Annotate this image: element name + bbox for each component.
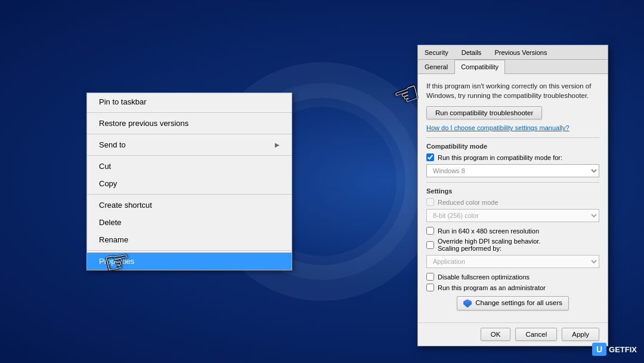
dpi-override-row: Override high DPI scaling behavior. Scal…	[426, 238, 599, 252]
reduced-color-label: Reduced color mode	[438, 199, 499, 206]
disable-fullscreen-row: Disable fullscreen optimizations	[426, 273, 599, 281]
submenu-arrow: ▶	[275, 141, 280, 148]
tab-general[interactable]: General	[418, 60, 454, 73]
dpi-override-checkbox[interactable]	[426, 241, 434, 249]
tab-compatibility[interactable]: Compatibility	[454, 60, 505, 74]
cancel-button[interactable]: Cancel	[515, 328, 557, 341]
menu-item-rename[interactable]: Rename	[87, 231, 292, 248]
separator-compat	[426, 137, 599, 138]
separator-3	[87, 155, 292, 156]
menu-item-cut[interactable]: Cut	[87, 158, 292, 175]
separator-settings	[426, 182, 599, 183]
disable-fullscreen-label: Disable fullscreen optimizations	[438, 273, 530, 281]
dialog-tabs-row2: General Compatibility	[418, 60, 608, 74]
watermark: U GETFIX	[592, 343, 637, 356]
compat-mode-label: Run this program in compatibility mode f…	[438, 154, 562, 161]
change-settings-button[interactable]: Change settings for all users	[457, 296, 569, 310]
menu-item-send-to[interactable]: Send to ▶	[87, 136, 292, 153]
separator-4	[87, 194, 292, 195]
context-menu: Pin to taskbar Restore previous versions…	[86, 93, 292, 270]
dpi-application-dropdown[interactable]: Application	[426, 255, 599, 268]
compat-mode-dropdown[interactable]: Windows 8	[426, 164, 599, 177]
menu-item-copy[interactable]: Copy	[87, 175, 292, 192]
dpi-label: Override high DPI scaling behavior. Scal…	[438, 238, 540, 252]
watermark-u: U	[592, 343, 606, 356]
manual-link[interactable]: How do I choose compatibility settings m…	[426, 124, 599, 131]
ok-button[interactable]: OK	[481, 328, 511, 341]
tab-security[interactable]: Security	[418, 45, 455, 59]
reduced-color-checkbox[interactable]	[426, 198, 434, 206]
menu-item-restore-versions[interactable]: Restore previous versions	[87, 115, 292, 132]
run-as-admin-label: Run this program as an administrator	[438, 284, 546, 291]
separator-1	[87, 112, 292, 113]
compat-mode-checkbox-row: Run this program in compatibility mode f…	[426, 153, 599, 161]
separator-2	[87, 134, 292, 134]
separator-5	[87, 250, 292, 251]
resolution-640-label: Run in 640 x 480 screen resolution	[438, 227, 539, 235]
menu-item-create-shortcut[interactable]: Create shortcut	[87, 196, 292, 214]
shield-icon	[463, 299, 472, 307]
properties-dialog: Security Details Previous Versions Gener…	[417, 45, 608, 346]
dialog-tabs: Security Details Previous Versions	[418, 45, 608, 60]
tab-previous-versions[interactable]: Previous Versions	[488, 45, 553, 59]
apply-button[interactable]: Apply	[562, 328, 599, 341]
dialog-content: If this program isn't working correctly …	[418, 74, 608, 322]
menu-item-delete[interactable]: Delete	[87, 214, 292, 231]
reduced-color-row: Reduced color mode	[426, 198, 599, 206]
settings-header: Settings	[426, 187, 599, 195]
run-as-admin-row: Run this program as an administrator	[426, 284, 599, 291]
dialog-footer: OK Cancel Apply	[418, 322, 608, 346]
menu-item-properties[interactable]: Properties	[87, 253, 292, 270]
run-troubleshooter-button[interactable]: Run compatibility troubleshooter	[426, 106, 542, 119]
compat-mode-header: Compatibility mode	[426, 143, 599, 150]
resolution-640-row: Run in 640 x 480 screen resolution	[426, 227, 599, 235]
watermark-getfix: GETFIX	[609, 345, 637, 354]
run-as-admin-checkbox[interactable]	[426, 284, 434, 291]
resolution-640-checkbox[interactable]	[426, 227, 434, 235]
color-depth-dropdown[interactable]: 8-bit (256) color	[426, 209, 599, 222]
disable-fullscreen-checkbox[interactable]	[426, 273, 434, 281]
intro-text: If this program isn't working correctly …	[426, 81, 599, 100]
menu-item-pin-taskbar[interactable]: Pin to taskbar	[87, 93, 292, 110]
compat-mode-checkbox[interactable]	[426, 153, 434, 161]
tab-details[interactable]: Details	[455, 45, 488, 59]
